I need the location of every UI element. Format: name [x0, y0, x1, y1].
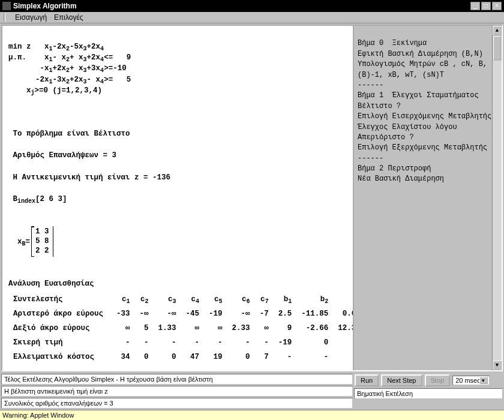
app-window: Simplex Algorithm _ □ × Εισαγωγή Επιλογέ…: [0, 0, 504, 420]
status-line-1: Τέλος Εκτέλεσης Αλγορίθμου Simplex - Η τ…: [1, 374, 353, 385]
scroll-down-icon[interactable]: ▼: [493, 361, 502, 370]
problem-line4: -2x1-3x2+2x3- x4>= 5: [8, 76, 131, 84]
run-button[interactable]: Run: [355, 374, 379, 386]
stop-button[interactable]: Stop: [425, 374, 451, 386]
step-line: Απεριόριστο ?: [358, 133, 414, 142]
window-title: Simplex Algorithm: [13, 2, 470, 10]
applet-warning: Warning: Applet Window: [0, 410, 504, 420]
step-line: Εφικτή Βασική Διαμέρηση (B,N): [358, 50, 483, 58]
step-line: Επιλογή Εξερχόμενης Μεταβλητής: [358, 143, 487, 152]
step-line: Βήμα 2 Περιστροφή: [358, 164, 431, 173]
step-line: (B)-1, xB, wT, (sN)T: [358, 71, 444, 79]
scroll-track[interactable]: [493, 61, 502, 361]
minimize-button[interactable]: _: [470, 2, 480, 10]
problem-line5: xj>=0 (j=1,2,3,4): [8, 86, 102, 95]
step-line: ------: [358, 81, 383, 89]
step-line: Επιλογή Εισερχόμενης Μεταβλητής: [358, 112, 491, 121]
execution-mode-field[interactable]: Βηματική Εκτέλεση: [354, 388, 503, 399]
titlebar: Simplex Algorithm _ □ ×: [0, 0, 504, 12]
menubar-grip: [4, 13, 5, 22]
problem-line3: -x1+2x2+ x3+3x4>=-10: [8, 64, 127, 73]
sensitivity-title: Ανάλυση Ευαισθησίας: [8, 280, 94, 288]
result-iterations: Αριθμός Επαναλήψεων = 3: [13, 151, 117, 160]
problem-line1: min z x1-2x2-5x3+2x4: [8, 43, 104, 51]
menu-options[interactable]: Επιλογές: [54, 13, 83, 22]
step-line: ------: [358, 154, 383, 163]
step-line: Υπολογισμός Μητρών cB , cN, B, N: [358, 60, 496, 68]
table-row: Ελλειματικό κόστος3400471907---: [8, 350, 353, 364]
status-line-2: Η βέλτιστη αντικειμενική τιμή είναι z: [1, 386, 353, 397]
speed-select[interactable]: 20 msec: [452, 376, 490, 385]
steps-scrollbar[interactable]: ▲ ▼: [492, 26, 502, 370]
status-line-3: Συνολικός αριθμός επαναλήψεων = 3: [1, 398, 353, 409]
main-panel: min z x1-2x2-5x3+2x4 μ.π. x1- x2+ x3+2x4…: [2, 26, 353, 370]
content-area: min z x1-2x2-5x3+2x4 μ.π. x1- x2+ x3+2x4…: [1, 25, 503, 371]
sensitivity-table: Συντελεστής c1 c2 c3 c4 c5 c6 c7 b1 b2 b…: [8, 292, 353, 365]
step-line: Βέλτιστο ?: [358, 102, 401, 110]
table-row: Δεξιό άκρο εύρους∞51.33∞∞2.33∞9-2.6612.3…: [8, 321, 353, 335]
step-line: Νέα Βασική Διαμέρηση: [358, 175, 444, 183]
app-icon: [2, 2, 11, 10]
scroll-up-icon[interactable]: ▲: [493, 26, 502, 35]
table-row: Σκιερή τιμή--------1907: [8, 335, 353, 350]
close-button[interactable]: ×: [492, 2, 502, 10]
result-bindex: Bindex[2 6 3]: [13, 195, 67, 203]
steps-panel: Βήμα 0 Ξεκίνημα Εφικτή Βασική Διαμέρηση …: [353, 26, 502, 370]
step-line: Βήμα 1 Έλεγχοι Σταματήματος: [358, 91, 479, 100]
step-line: Βήμα 0 Ξεκίνημα: [358, 39, 427, 47]
next-step-button[interactable]: Next Step: [381, 374, 422, 386]
problem-line2: μ.π. x1- x2+ x3+2x4<= 9: [8, 53, 131, 62]
step-line: Έλεγχος Ελαχίστου λόγου: [358, 123, 457, 131]
result-xb: xB=1 35 82 2: [17, 238, 53, 246]
maximize-button[interactable]: □: [481, 2, 491, 10]
result-optimal: Το πρόβλημα είναι Βέλτιστο: [13, 130, 130, 138]
bottom-bar: Τέλος Εκτέλεσης Αλγορίθμου Simplex - Η τ…: [0, 373, 504, 410]
menu-import[interactable]: Εισαγωγή: [15, 13, 47, 22]
table-row: Αριστερό άκρο εύρους-33-∞-∞-45-19-∞-72.5…: [8, 307, 353, 321]
table-header-row: Συντελεστής c1 c2 c3 c4 c5 c6 c7 b1 b2 b…: [8, 292, 353, 307]
control-buttons: Run Next Step Stop 20 msec: [354, 374, 503, 387]
scroll-thumb[interactable]: [493, 36, 501, 60]
result-objective: Η Αντικειμενική τιμή είναι z = -136: [13, 173, 171, 182]
menubar: Εισαγωγή Επιλογές: [0, 12, 504, 23]
